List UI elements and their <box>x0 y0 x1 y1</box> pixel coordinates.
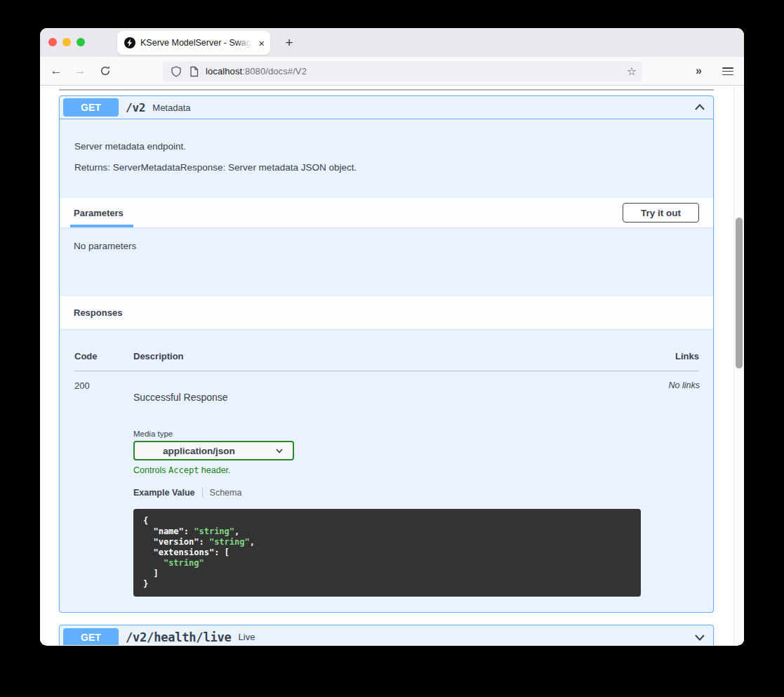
window-zoom-button[interactable] <box>77 38 85 46</box>
forward-icon: → <box>70 64 90 78</box>
endpoint-path: /v2 <box>126 101 145 114</box>
opblock-summary[interactable]: GET /v2/health/live Live <box>60 625 713 645</box>
col-header-description: Description <box>133 351 640 361</box>
page-info-icon[interactable] <box>189 66 199 77</box>
method-badge-get: GET <box>63 98 119 117</box>
col-header-links: Links <box>640 351 699 361</box>
browser-tab[interactable]: KServe ModelServer - Swagger × <box>117 31 270 55</box>
response-code: 200 <box>74 380 133 612</box>
responses-title: Responses <box>74 307 122 318</box>
scrollbar-track[interactable] <box>733 86 744 645</box>
responses-header: Responses <box>60 296 713 329</box>
response-row-200: 200 Successful Response Media type appli… <box>74 371 699 612</box>
opblock-get-v2: GET /v2 Metadata Server metadata endpoin… <box>59 95 714 613</box>
description-line: Returns: ServerMetadataResponse: Server … <box>74 162 698 173</box>
toolbar-overflow-icon[interactable]: » <box>696 65 700 77</box>
endpoint-summary: Metadata <box>152 102 190 113</box>
no-parameters-text: No parameters <box>60 227 713 296</box>
tab-close-icon[interactable]: × <box>258 38 265 48</box>
col-header-code: Code <box>74 351 133 361</box>
endpoint-path: /v2/health/live <box>126 630 232 644</box>
tab-title: KServe ModelServer - Swagger <box>140 37 255 48</box>
try-it-out-button[interactable]: Try it out <box>623 203 699 223</box>
url-bar[interactable]: localhost:8080/docs#/V2 ☆ <box>163 61 642 81</box>
back-icon[interactable]: ← <box>46 64 66 78</box>
responses-table: Code Description Links 200 Successful Re… <box>60 329 713 612</box>
fastapi-favicon-icon <box>124 37 135 48</box>
tab-bar: KServe ModelServer - Swagger × + <box>40 28 744 57</box>
opblock-summary[interactable]: GET /v2 Metadata <box>60 96 713 119</box>
select-chevron-down-icon <box>274 446 284 456</box>
media-type-value: application/json <box>163 446 235 456</box>
media-type-select[interactable]: application/json <box>133 441 294 460</box>
traffic-lights <box>48 38 85 46</box>
shield-icon[interactable] <box>171 66 182 77</box>
media-type-label: Media type <box>133 430 641 438</box>
reload-icon[interactable] <box>95 65 115 77</box>
tab-separator <box>202 487 203 498</box>
parameters-header: Parameters Try it out <box>60 198 713 227</box>
scrollbar-thumb[interactable] <box>736 218 743 369</box>
example-code[interactable]: { "name": "string", "version": "string",… <box>133 509 641 597</box>
tab-example-value[interactable]: Example Value <box>133 488 195 498</box>
bookmark-star-icon[interactable]: ☆ <box>627 65 637 78</box>
browser-toolbar: ← → localhost:8080/docs#/V2 ☆ » <box>40 57 744 86</box>
example-tabs: Example Value Schema <box>133 487 641 498</box>
parameters-title: Parameters <box>74 198 124 227</box>
method-badge-get: GET <box>63 628 119 646</box>
page-content: GET /v2 Metadata Server metadata endpoin… <box>40 86 744 645</box>
hamburger-menu-icon[interactable] <box>722 67 733 77</box>
response-description: Successful Response <box>133 392 641 403</box>
opblock-gap <box>59 613 714 625</box>
new-tab-button[interactable]: + <box>280 34 298 52</box>
controls-accept-note: Controls Accept header. <box>133 465 641 475</box>
url-text: localhost:8080/docs#/V2 <box>206 66 307 77</box>
opblock-get-v2-health-live: GET /v2/health/live Live <box>59 625 714 645</box>
expand-chevron-down-icon[interactable] <box>693 630 707 644</box>
endpoint-summary: Live <box>239 632 255 642</box>
response-links: No links <box>641 380 700 612</box>
window-minimize-button[interactable] <box>62 38 71 46</box>
window-close-button[interactable] <box>48 38 57 46</box>
responses-table-head: Code Description Links <box>74 329 699 371</box>
collapse-chevron-up-icon[interactable] <box>693 100 707 114</box>
endpoint-description: Server metadata endpoint. Returns: Serve… <box>60 119 713 198</box>
description-line: Server metadata endpoint. <box>74 141 698 152</box>
tag-section-divider <box>59 89 714 91</box>
browser-window: KServe ModelServer - Swagger × + ← → loc… <box>40 28 744 646</box>
tab-schema[interactable]: Schema <box>210 488 242 498</box>
